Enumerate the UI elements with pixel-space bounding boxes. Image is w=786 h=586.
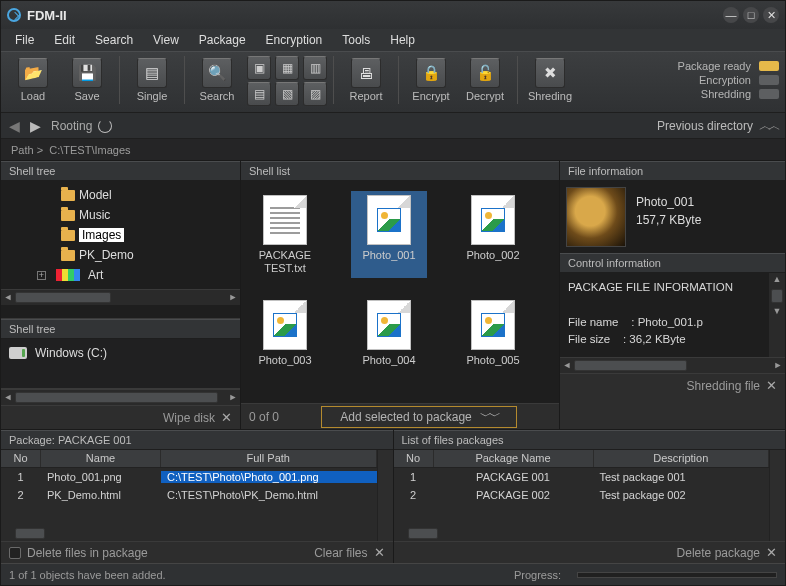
file-item-photo-002[interactable]: Photo_002	[455, 191, 531, 278]
file-item-package-test[interactable]: PACKAGE TEST.txt	[247, 191, 323, 278]
packages-list-header: List of files packages	[394, 430, 786, 450]
encrypt-button[interactable]: 🔒Encrypt	[405, 56, 457, 110]
tree-node-art[interactable]: +Art	[21, 265, 240, 285]
package-row-2[interactable]: 2 PK_Demo.html C:\TEST\Photo\PK_Demo.htm…	[1, 486, 377, 504]
menu-file[interactable]: File	[7, 31, 42, 49]
package-h-scrollbar[interactable]	[1, 527, 377, 541]
image-icon	[377, 208, 401, 232]
close-icon[interactable]: ✕	[374, 545, 385, 560]
file-item-photo-004[interactable]: Photo_004	[351, 296, 427, 371]
nav-row: ◀ ▶ Rooting Previous directory ︿︿	[1, 113, 785, 139]
control-info-header: Control information	[560, 253, 785, 273]
menubar: File Edit Search View Package Encryption…	[1, 29, 785, 51]
status-message: 1 of 1 objects have been added.	[9, 569, 166, 581]
clear-files-button[interactable]: Clear files	[314, 546, 367, 560]
folder-icon	[61, 190, 75, 201]
save-button[interactable]: 💾Save	[61, 56, 113, 110]
drive-tree-header: Shell tree	[1, 319, 240, 339]
tool-small-5[interactable]: ▥	[303, 56, 327, 80]
tree-node-model[interactable]: Model	[21, 185, 240, 205]
status-shredding-chip	[759, 89, 779, 99]
app-icon	[7, 8, 21, 22]
file-thumbnail	[566, 187, 626, 247]
menu-view[interactable]: View	[145, 31, 187, 49]
packages-row-1[interactable]: 1 PACKAGE 001 Test package 001	[394, 468, 770, 486]
package-grid-header: No Name Full Path	[1, 450, 377, 468]
folder-icon	[61, 250, 75, 261]
folder-icon	[61, 230, 75, 241]
package-v-scrollbar[interactable]	[377, 450, 393, 541]
breadcrumb: Path > C:\TEST\Images	[1, 139, 785, 161]
nav-back-icon[interactable]: ◀	[9, 118, 20, 134]
status-encryption-label: Encryption	[699, 74, 751, 86]
menu-search[interactable]: Search	[87, 31, 141, 49]
path-value: C:\TEST\Images	[49, 144, 130, 156]
menu-help[interactable]: Help	[382, 31, 423, 49]
minimize-button[interactable]: —	[723, 7, 739, 23]
prev-directory-button[interactable]: Previous directory ︿︿	[657, 117, 777, 135]
control-h-scrollbar[interactable]: ◄►	[560, 357, 785, 373]
file-info-size: 157,7 KByte	[636, 213, 701, 227]
close-button[interactable]: ✕	[763, 7, 779, 23]
shredding-file-button[interactable]: Shredding file	[687, 379, 760, 393]
image-icon	[481, 313, 505, 337]
tool-small-6[interactable]: ▨	[303, 82, 327, 106]
tree-node-pkdemo[interactable]: PK_Demo	[21, 245, 240, 265]
tool-small-1[interactable]: ▣	[247, 56, 271, 80]
control-info-body: PACKAGE FILE INFORMATION File name : Pho…	[560, 273, 785, 357]
drive-windows-c[interactable]: Windows (C:)	[9, 343, 232, 363]
packages-row-2[interactable]: 2 PACKAGE 002 Test package 002	[394, 486, 770, 504]
expand-icon[interactable]: +	[37, 271, 46, 280]
control-v-scrollbar[interactable]: ▲▼	[769, 273, 785, 357]
packages-v-scrollbar[interactable]	[769, 450, 785, 541]
chevron-down-icon: ﹀﹀	[480, 408, 498, 425]
shell-tree-header: Shell tree	[1, 161, 240, 181]
wipe-disk-button[interactable]: Wipe disk	[163, 411, 215, 425]
close-icon[interactable]: ✕	[766, 378, 777, 393]
rooting-button[interactable]: Rooting	[51, 119, 112, 133]
tool-small-3[interactable]: ▦	[275, 56, 299, 80]
tool-small-2[interactable]: ▤	[247, 82, 271, 106]
search-button[interactable]: 🔍Search	[191, 56, 243, 110]
app-title: FDM-II	[27, 8, 67, 23]
status-shredding-label: Shredding	[701, 88, 751, 100]
menu-package[interactable]: Package	[191, 31, 254, 49]
packages-h-scrollbar[interactable]	[394, 527, 770, 541]
drive-scrollbar[interactable]: ◄►	[1, 389, 240, 405]
shredding-button[interactable]: ✖Shreding	[524, 56, 576, 110]
report-button[interactable]: 🖶Report	[340, 56, 392, 110]
load-button[interactable]: 📂Load	[7, 56, 59, 110]
tool-small-4[interactable]: ▧	[275, 82, 299, 106]
menu-edit[interactable]: Edit	[46, 31, 83, 49]
status-package-ready-label: Package ready	[678, 60, 751, 72]
tree-node-music[interactable]: Music	[21, 205, 240, 225]
selection-count: 0 of 0	[249, 410, 279, 424]
close-icon[interactable]: ✕	[766, 545, 777, 560]
menu-tools[interactable]: Tools	[334, 31, 378, 49]
status-encryption-chip	[759, 75, 779, 85]
maximize-button[interactable]: □	[743, 7, 759, 23]
image-icon	[481, 208, 505, 232]
tree-node-images[interactable]: Images	[21, 225, 240, 245]
image-icon	[377, 313, 401, 337]
status-package-ready-chip	[759, 61, 779, 71]
single-button[interactable]: ▤Single	[126, 56, 178, 110]
progress-bar	[577, 572, 777, 578]
delete-package-button[interactable]: Delete package	[677, 546, 760, 560]
delete-files-checkbox[interactable]	[9, 547, 21, 559]
tree-scrollbar[interactable]: ◄►	[1, 289, 240, 305]
menu-encryption[interactable]: Encryption	[258, 31, 331, 49]
progress-label: Progress:	[514, 569, 561, 581]
file-info-header: File information	[560, 161, 785, 181]
file-item-photo-005[interactable]: Photo_005	[455, 296, 531, 371]
add-selected-button[interactable]: Add selected to package ﹀﹀	[321, 406, 516, 428]
app-window: FDM-II — □ ✕ File Edit Search View Packa…	[0, 0, 786, 586]
file-item-photo-003[interactable]: Photo_003	[247, 296, 323, 371]
palette-icon	[56, 269, 80, 281]
decrypt-button[interactable]: 🔓Decrypt	[459, 56, 511, 110]
package-row-1[interactable]: 1 Photo_001.png C:\TEST\Photo\Photo_001.…	[1, 468, 377, 486]
file-item-photo-001[interactable]: Photo_001	[351, 191, 427, 278]
nav-forward-icon[interactable]: ▶	[30, 118, 41, 134]
shell-list-header: Shell list	[241, 161, 559, 181]
close-icon[interactable]: ✕	[221, 410, 232, 425]
